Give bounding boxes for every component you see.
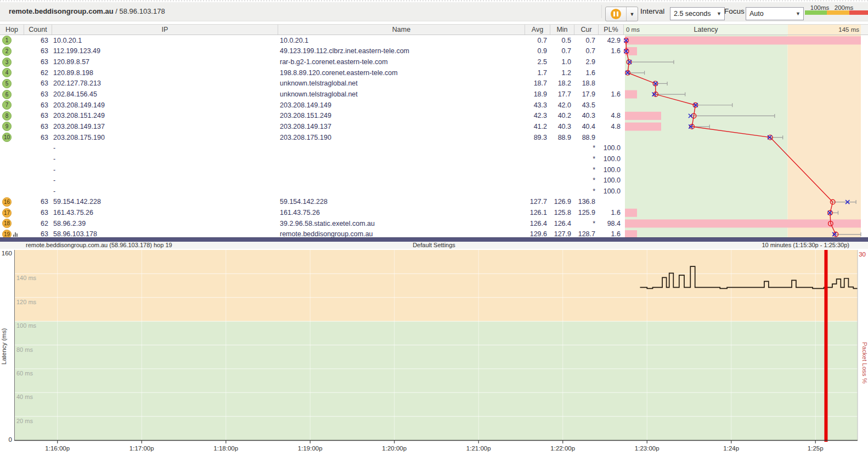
pause-menu-button[interactable]: ▼ — [627, 7, 638, 21]
cell-min: 40.3 — [550, 121, 574, 132]
cell-avg: 42.3 — [525, 110, 550, 121]
cell-count: 63 — [24, 78, 52, 89]
cell-avg: 126.4 — [525, 218, 550, 229]
hop-number-badge: 10 — [2, 133, 12, 142]
cell-ip: 203.208.149.137 — [52, 121, 278, 132]
gridline-label: 120 ms — [16, 299, 37, 305]
pause-split-button[interactable]: ▼ — [605, 7, 638, 21]
cell-hop: 9 — [0, 121, 24, 132]
col-header-ip: IP — [52, 25, 278, 35]
cell-avg: 18.7 — [525, 78, 550, 89]
cell-avg: 126.1 — [525, 207, 550, 218]
x-axis-label: 1:23:00p — [635, 445, 660, 452]
cell-name: 203.208.151.249 — [278, 110, 525, 121]
cell-avg: 127.7 — [525, 197, 550, 208]
cell-name: 161.43.75.26 — [278, 207, 525, 218]
cell-avg — [525, 175, 550, 186]
packet-loss-bar — [625, 230, 637, 237]
cell-min: 126.9 — [550, 197, 574, 208]
cell-ip: - — [52, 164, 278, 175]
cell-hop: 19 — [0, 229, 24, 237]
cell-avg: 1.7 — [525, 67, 550, 78]
latency-timeline-chart[interactable]: 140 ms120 ms100 ms80 ms60 ms40 ms20 ms1:… — [0, 249, 868, 456]
hop-number-badge: 2 — [2, 47, 12, 56]
cell-min — [550, 164, 574, 175]
latency-color-legend — [805, 10, 868, 15]
hop-latency-graph[interactable] — [624, 35, 868, 237]
cell-hop: 17 — [0, 207, 24, 218]
cell-avg: 89.3 — [525, 132, 550, 143]
x-axis-label: 1:17:00p — [129, 445, 154, 452]
cell-avg: 129.6 — [525, 229, 550, 237]
col-header-min: Min — [550, 25, 574, 35]
x-axis-label: 1:16:00p — [45, 445, 70, 452]
toolbar-divider — [601, 5, 602, 18]
cell-pl — [599, 100, 624, 111]
cell-cur: 1.6 — [574, 67, 599, 78]
focus-label: Focus — [724, 2, 745, 21]
cell-min: 88.9 — [550, 132, 574, 143]
hop-number-badge: 4 — [2, 68, 12, 77]
cell-name: unknown.telstraglobal.net — [278, 78, 525, 89]
cell-min: 18.2 — [550, 78, 574, 89]
hop-number-badge: 16 — [2, 197, 12, 207]
cell-name: remote.beddisongroup.com.au — [278, 229, 525, 237]
cell-count — [24, 142, 52, 153]
cell-count: 63 — [24, 110, 52, 121]
interval-select[interactable]: 2.5 seconds ▼ — [670, 7, 725, 20]
x-axis-label: 1:19:00p — [298, 445, 323, 452]
cell-min — [550, 186, 574, 197]
cell-hop — [0, 186, 24, 197]
target-separator: / — [114, 7, 120, 15]
cell-ip: 120.89.8.57 — [52, 56, 278, 67]
col-header-count: Count — [24, 25, 52, 35]
hop-number-badge: 6 — [2, 90, 12, 99]
packet-loss-bar — [625, 209, 637, 217]
col-header-cur: Cur — [574, 25, 599, 35]
packet-loss-bar — [625, 112, 661, 120]
cell-avg — [525, 153, 550, 164]
interval-value: 2.5 seconds — [674, 10, 711, 18]
cell-count: 62 — [24, 218, 52, 229]
cell-cur: 128.7 — [574, 229, 599, 237]
cell-name: 39.2.96.58.static.exetel.com.au — [278, 218, 525, 229]
x-axis-label: 1:22:00p — [550, 445, 575, 452]
cell-cur: * — [574, 142, 599, 153]
timeline-range-label: 10 minutes (1:15:30p - 1:25:30p) — [762, 242, 849, 249]
cell-cur: 40.3 — [574, 110, 599, 121]
cell-pl: 4.8 — [599, 121, 624, 132]
focus-select[interactable]: Auto ▼ — [746, 7, 804, 20]
target-hostname: remote.beddisongroup.com.au — [9, 7, 114, 15]
cell-ip: - — [52, 175, 278, 186]
cell-hop — [0, 153, 24, 164]
cell-avg: 43.3 — [525, 100, 550, 111]
latency-scale-title: Latency — [624, 25, 788, 35]
cell-min: 0.7 — [550, 46, 574, 57]
cell-hop: 4 — [0, 67, 24, 78]
timeline-header: remote.beddisongroup.com.au (58.96.103.1… — [0, 242, 868, 249]
cell-pl: 100.0 — [599, 175, 624, 186]
y-axis-max-label: 160 — [2, 250, 12, 256]
gridline-label: 80 ms — [16, 346, 33, 353]
pause-button[interactable] — [606, 7, 627, 21]
cell-ip: 120.89.8.198 — [52, 67, 278, 78]
cell-avg — [525, 164, 550, 175]
cell-ip: - — [52, 186, 278, 197]
cell-hop — [0, 142, 24, 153]
pane-splitter[interactable] — [0, 237, 868, 242]
pause-icon — [611, 9, 621, 19]
cell-ip: 59.154.142.228 — [52, 197, 278, 208]
cell-hop: 7 — [0, 100, 24, 111]
cell-pl: 100.0 — [599, 186, 624, 197]
y2-axis-max-label: 30 — [859, 251, 866, 258]
col-header-pl: PL% — [599, 25, 624, 35]
cell-count: 63 — [24, 100, 52, 111]
cell-min: 42.0 — [550, 100, 574, 111]
cell-ip: 58.96.2.39 — [52, 218, 278, 229]
cell-count: 63 — [24, 46, 52, 57]
cell-count: 63 — [24, 132, 52, 143]
cell-min — [550, 153, 574, 164]
latency-scale-max: 145 ms — [838, 25, 859, 35]
cell-cur: * — [574, 218, 599, 229]
gridline-label: 60 ms — [16, 370, 33, 377]
